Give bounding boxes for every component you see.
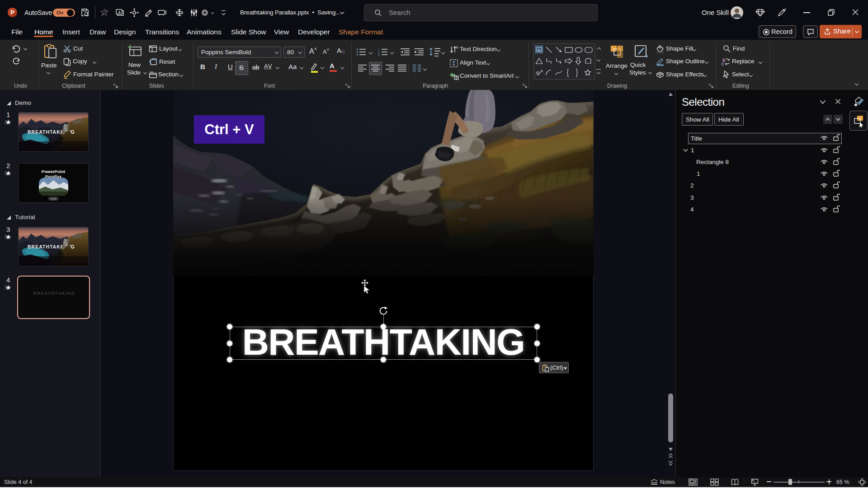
svg-text:c: c: [722, 61, 724, 66]
svg-text:BREATHTAKI: BREATHTAKI: [28, 244, 62, 249]
svg-text:'G: 'G: [70, 129, 75, 135]
svg-text:A: A: [456, 45, 458, 50]
svg-text:BREATHTAKI: BREATHTAKI: [28, 129, 62, 135]
svg-text:A: A: [538, 48, 540, 52]
svg-text:3: 3: [378, 54, 380, 56]
svg-text:P: P: [10, 9, 14, 16]
svg-text:'G: 'G: [70, 244, 75, 249]
